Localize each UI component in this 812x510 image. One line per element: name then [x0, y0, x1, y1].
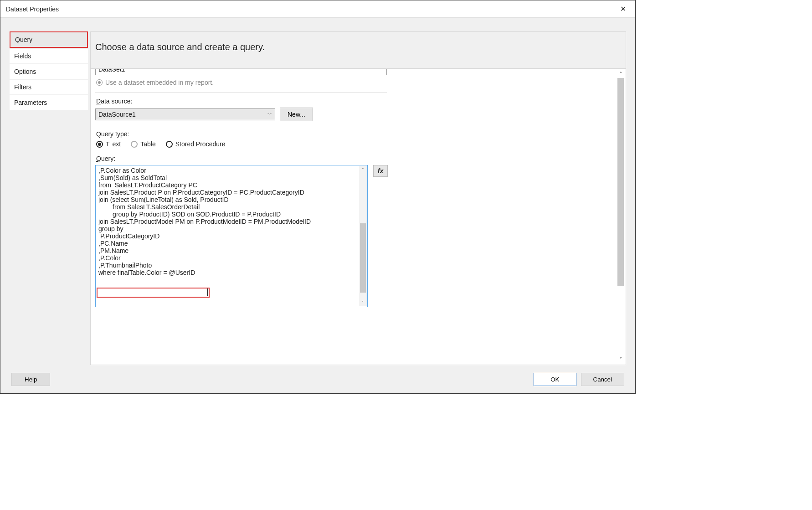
- dialog-title: Dataset Properties: [6, 5, 59, 13]
- content-panel: Choose a data source and create a query.…: [90, 31, 626, 365]
- expression-fx-button[interactable]: fx: [373, 165, 388, 177]
- sidebar-tab-fields[interactable]: Fields: [10, 49, 88, 63]
- query-type-group: Text Table Stored Procedure: [96, 140, 615, 148]
- query-label: Query:: [96, 155, 615, 162]
- separator: [95, 93, 387, 93]
- sidebar-tab-query[interactable]: Query: [10, 31, 88, 48]
- chevron-down-icon: ﹀: [267, 111, 272, 118]
- embed-option-label: Use a dataset embedded in my report.: [105, 79, 214, 86]
- radio-selected-icon: [96, 141, 103, 148]
- scroll-thumb[interactable]: [617, 78, 624, 286]
- page-title: Choose a data source and create a query.: [95, 42, 265, 52]
- data-source-dropdown[interactable]: DataSource1 ﹀: [95, 108, 275, 120]
- button-label: Help: [25, 376, 37, 383]
- button-label: OK: [550, 376, 559, 383]
- scroll-track[interactable]: [359, 173, 367, 299]
- sidebar-tab-options[interactable]: Options: [10, 64, 88, 79]
- query-type-label: Query type:: [96, 130, 615, 138]
- radio-empty-icon: [131, 141, 138, 148]
- query-textarea[interactable]: ,P.Color as Color ,Sum(Sold) as SoldTota…: [95, 165, 368, 307]
- radio-empty-icon: [166, 141, 173, 148]
- dialog-footer: Help OK Cancel: [0, 365, 635, 393]
- dataset-properties-dialog: Dataset Properties ✕ Query Fields Option…: [0, 0, 636, 394]
- radio-label: Table: [140, 140, 155, 148]
- sidebar-tab-label: Filters: [14, 83, 31, 91]
- data-source-label: Data source:: [96, 98, 615, 105]
- titlebar: Dataset Properties ✕: [0, 0, 635, 18]
- radio-selected-icon: [96, 79, 103, 86]
- fx-label: fx: [378, 167, 383, 175]
- data-source-row: DataSource1 ﹀ New...: [95, 108, 615, 121]
- new-data-source-button[interactable]: New...: [280, 108, 313, 121]
- query-type-text[interactable]: Text: [96, 140, 121, 148]
- sidebar-tab-filters[interactable]: Filters: [10, 80, 88, 94]
- query-type-stored-procedure[interactable]: Stored Procedure: [166, 140, 226, 148]
- sidebar-tab-label: Query: [15, 36, 32, 43]
- radio-label: Stored Procedure: [175, 140, 226, 148]
- help-button[interactable]: Help: [11, 373, 50, 386]
- sidebar-tab-label: Options: [14, 68, 36, 75]
- content-body: DataSet1 Use a dataset embedded in my re…: [90, 68, 626, 365]
- close-icon[interactable]: ✕: [617, 3, 630, 15]
- data-source-value: DataSource1: [98, 111, 136, 118]
- text-cursor: [207, 288, 208, 296]
- main-area: Query Fields Options Filters Parameters …: [0, 18, 635, 365]
- query-type-table[interactable]: Table: [131, 140, 155, 148]
- scroll-up-icon[interactable]: ˄: [359, 166, 367, 173]
- query-text-content: ,P.Color as Color ,Sum(Sold) as SoldTota…: [98, 167, 358, 305]
- scroll-up-icon[interactable]: ˄: [617, 70, 625, 78]
- scroll-down-icon[interactable]: ˅: [617, 355, 625, 364]
- panel-scrollbar[interactable]: ˄ ˅: [617, 70, 625, 364]
- dataset-name-value: DataSet1: [98, 69, 125, 73]
- cancel-button[interactable]: Cancel: [581, 373, 625, 386]
- dataset-name-input[interactable]: DataSet1: [95, 69, 387, 75]
- query-scrollbar[interactable]: ˄ ˅: [359, 166, 367, 306]
- query-area-row: ,P.Color as Color ,Sum(Sold) as SoldTota…: [95, 165, 615, 307]
- content-header: Choose a data source and create a query.: [90, 31, 626, 68]
- form-scroll-area: DataSet1 Use a dataset embedded in my re…: [95, 69, 615, 362]
- embed-option-row[interactable]: Use a dataset embedded in my report.: [96, 79, 615, 86]
- sidebar-tab-parameters[interactable]: Parameters: [10, 95, 88, 110]
- scroll-thumb[interactable]: [360, 223, 366, 293]
- sidebar: Query Fields Options Filters Parameters: [10, 31, 88, 365]
- sidebar-tab-label: Parameters: [14, 99, 47, 106]
- sidebar-tab-label: Fields: [14, 52, 31, 60]
- scroll-track[interactable]: [617, 78, 625, 355]
- button-label: Cancel: [593, 376, 612, 383]
- ok-button[interactable]: OK: [534, 373, 576, 386]
- scroll-down-icon[interactable]: ˅: [359, 299, 367, 306]
- button-label: New...: [288, 111, 305, 118]
